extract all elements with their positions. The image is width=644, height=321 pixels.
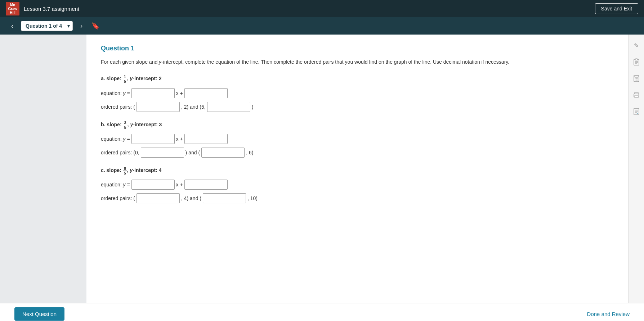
part-b-eq-label: equation: y =: [101, 136, 130, 142]
mcgraw-logo: McGrawHill: [6, 2, 19, 15]
left-spacer: [0, 35, 86, 303]
part-a-section: a. slope: 15, y-intercept: 2 equation: y…: [101, 74, 614, 112]
part-b-equation-row: equation: y = x +: [101, 134, 614, 144]
part-c-op-fixed2: , 10): [247, 195, 258, 201]
part-a-eq-label: equation: y =: [101, 90, 130, 96]
svg-rect-16: [634, 108, 639, 115]
svg-point-7: [635, 78, 635, 79]
part-b-op-and: ) and (: [185, 150, 200, 155]
part-a-eq-input-left[interactable]: [131, 88, 175, 98]
printer-icon[interactable]: [631, 90, 641, 100]
part-a-label: a. slope: 15, y-intercept: 2: [101, 74, 614, 83]
question-selector-wrap: Question 1 of 4 Question 2 of 4 Question…: [21, 21, 73, 31]
clipboard-icon[interactable]: [631, 57, 641, 67]
calculator-icon[interactable]: [631, 73, 641, 83]
part-c-op-input2[interactable]: [203, 193, 246, 203]
part-c-equation-row: equation: y = x +: [101, 180, 614, 190]
right-toolbar: ✎: [628, 35, 644, 303]
svg-point-12: [637, 80, 638, 81]
content-area: Question 1 For each given slope and y-in…: [86, 35, 628, 303]
part-c-op-label: ordered pairs: (: [101, 195, 135, 201]
part-c-op-input1[interactable]: [137, 193, 180, 203]
part-c-label: c. slope: 65, y-intercept: 4: [101, 166, 614, 175]
part-b-eq-input-right[interactable]: [184, 134, 228, 144]
svg-rect-1: [635, 59, 638, 60]
svg-rect-14: [635, 95, 638, 97]
svg-point-8: [636, 78, 637, 79]
bottom-bar: Next Question Done and Review: [0, 303, 644, 321]
sub-nav-bar: ‹ Question 1 of 4 Question 2 of 4 Questi…: [0, 17, 644, 35]
part-c-eq-input-right[interactable]: [184, 180, 228, 190]
part-c-op-fixed1: , 4) and (: [181, 195, 201, 201]
next-question-button[interactable]: Next Question: [14, 307, 64, 321]
part-b-section: b. slope: 35, y-intercept: 3 equation: y…: [101, 121, 614, 158]
part-b-op-input1[interactable]: [141, 148, 184, 158]
svg-point-10: [635, 80, 635, 81]
part-a-op-input1[interactable]: [137, 102, 180, 112]
part-b-eq-mid: x +: [176, 136, 183, 142]
question-selector[interactable]: Question 1 of 4 Question 2 of 4 Question…: [21, 21, 73, 31]
save-exit-button[interactable]: Save and Exit: [595, 3, 638, 14]
svg-point-15: [638, 95, 639, 95]
part-a-equation-row: equation: y = x +: [101, 88, 614, 98]
svg-point-9: [637, 78, 638, 79]
part-b-op-fixed2: , 6): [246, 150, 253, 155]
pencil-icon[interactable]: ✎: [631, 40, 641, 50]
part-a-op-close: ): [252, 104, 254, 110]
part-b-eq-input-left[interactable]: [131, 134, 175, 144]
part-b-op-input2[interactable]: [201, 148, 245, 158]
part-c-section: c. slope: 65, y-intercept: 4 equation: y…: [101, 166, 614, 203]
svg-point-11: [636, 80, 637, 81]
main-layout: Question 1 For each given slope and y-in…: [0, 35, 644, 303]
svg-rect-6: [635, 76, 638, 77]
part-a-eq-mid: x +: [176, 90, 183, 96]
part-a-op-label: ordered pairs: (: [101, 104, 135, 110]
document-icon[interactable]: a: [631, 107, 641, 117]
prev-question-button[interactable]: ‹: [7, 21, 17, 31]
part-a-op-input2[interactable]: [207, 102, 250, 112]
part-b-op-label: ordered pairs: (0,: [101, 150, 139, 155]
part-b-label: b. slope: 35, y-intercept: 3: [101, 121, 614, 130]
lesson-title: Lesson 3.7 assignment: [24, 6, 79, 12]
part-a-op-fixed1: , 2) and (5,: [181, 104, 206, 110]
part-c-eq-mid: x +: [176, 182, 183, 187]
bookmark-icon[interactable]: 🔖: [91, 22, 99, 30]
question-title: Question 1: [101, 45, 614, 52]
top-bar-left: McGrawHill Lesson 3.7 assignment: [6, 2, 79, 15]
svg-text:a: a: [637, 112, 638, 114]
top-bar: McGrawHill Lesson 3.7 assignment Save an…: [0, 0, 644, 17]
question-instructions: For each given slope and y-intercept, co…: [101, 58, 614, 66]
part-c-eq-input-left[interactable]: [131, 180, 175, 190]
part-a-ordered-pairs-row: ordered pairs: ( , 2) and (5, ): [101, 102, 614, 112]
next-nav-button[interactable]: ›: [76, 21, 86, 31]
logo-text: McGrawHill: [8, 3, 17, 15]
part-c-ordered-pairs-row: ordered pairs: ( , 4) and ( , 10): [101, 193, 614, 203]
done-review-button[interactable]: Done and Review: [587, 311, 630, 317]
part-a-eq-input-right[interactable]: [184, 88, 228, 98]
part-c-eq-label: equation: y =: [101, 182, 130, 187]
part-b-ordered-pairs-row: ordered pairs: (0, ) and ( , 6): [101, 148, 614, 158]
